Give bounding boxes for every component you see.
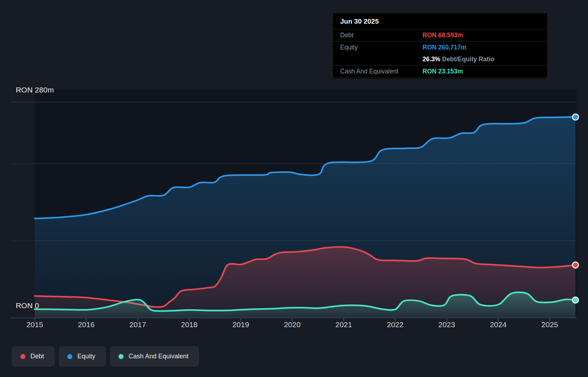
x-tick-label-2025: 2025 [541, 320, 558, 329]
x-tick-label-2018: 2018 [181, 320, 198, 329]
x-tick-label-2016: 2016 [78, 320, 95, 329]
tooltip-date: Jun 30 2025 [333, 13, 547, 29]
tooltip-equity-value: RON 260.717m [423, 44, 467, 51]
tooltip-ratio-label: Debt/Equity Ratio [442, 56, 495, 63]
chart-tooltip: Jun 30 2025 Debt RON 68.593m Equity RON … [333, 13, 547, 78]
x-tick-label-2019: 2019 [232, 320, 249, 329]
legend-item-cash[interactable]: Cash And Equivalent [110, 346, 199, 367]
legend-dot-equity [67, 354, 72, 359]
chart-legend: DebtEquityCash And Equivalent [12, 346, 199, 367]
tooltip-debt-value: RON 68.593m [423, 32, 463, 39]
tooltip-bottom-rule [333, 77, 547, 78]
tooltip-equity-label: Equity [340, 44, 423, 51]
x-tick-label-2020: 2020 [284, 320, 301, 329]
tooltip-cash-label: Cash And Equivalent [340, 68, 423, 75]
x-tick-label-2017: 2017 [129, 320, 146, 329]
legend-label-equity: Equity [77, 353, 95, 360]
legend-dot-cash [119, 354, 124, 359]
debt-equity-chart-page: RON 280m RON 0 2015201620172018201920202… [0, 0, 588, 377]
tooltip-row-equity: Equity RON 260.717m [333, 41, 547, 53]
tooltip-row-ratio: 26.3% Debt/Equity Ratio [333, 53, 547, 65]
tooltip-ratio-value: 26.3% [423, 56, 440, 63]
x-tick-label-2024: 2024 [490, 320, 507, 329]
x-tick-label-2021: 2021 [335, 320, 352, 329]
x-tick-label-2022: 2022 [387, 320, 404, 329]
tooltip-row-debt: Debt RON 68.593m [333, 29, 547, 41]
end-marker-cash-and-equivalent[interactable] [573, 297, 579, 303]
x-tick-label-2023: 2023 [438, 320, 455, 329]
tooltip-row-cash: Cash And Equivalent RON 23.153m [333, 65, 547, 77]
end-marker-debt[interactable] [573, 262, 579, 268]
legend-label-cash: Cash And Equivalent [129, 353, 188, 360]
y-axis-max-label: RON 280m [16, 86, 54, 94]
legend-dot-debt [20, 354, 25, 359]
tooltip-ratio: 26.3% Debt/Equity Ratio [423, 56, 494, 63]
legend-item-debt[interactable]: Debt [12, 346, 55, 367]
x-tick-label-2015: 2015 [26, 320, 43, 329]
tooltip-cash-value: RON 23.153m [423, 68, 463, 75]
y-axis-zero-label: RON 0 [16, 301, 39, 310]
tooltip-debt-label: Debt [340, 32, 423, 39]
legend-label-debt: Debt [30, 353, 44, 360]
legend-item-equity[interactable]: Equity [59, 346, 106, 367]
end-marker-equity[interactable] [573, 114, 579, 120]
